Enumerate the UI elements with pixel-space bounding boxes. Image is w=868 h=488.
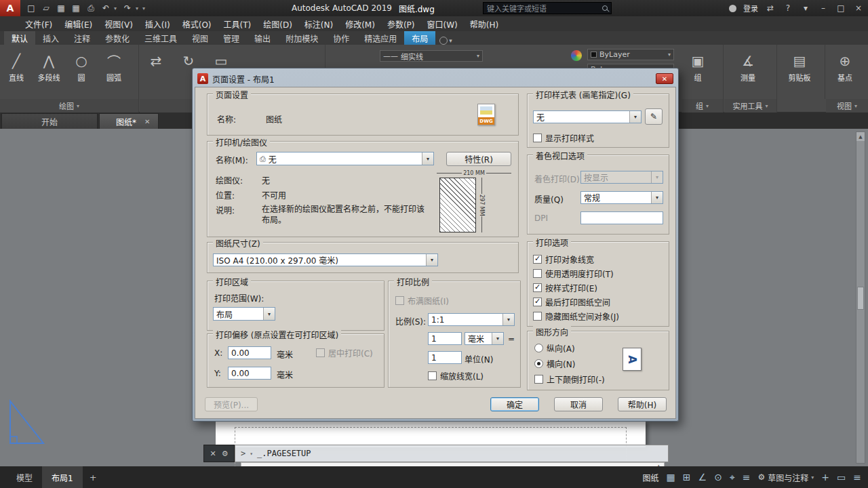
edit-plot-style-button[interactable]: ✎ [645,108,663,125]
dialog-close-button[interactable]: ✕ [656,73,673,84]
utilities-panel-label[interactable]: 实用工具▾ [724,99,777,113]
save-as-icon[interactable]: ▦ [69,3,83,13]
command-input[interactable]: > ▾ _.PAGESETUP [235,445,669,462]
tab-sheet[interactable]: 图纸* ✕ [99,113,159,129]
linetype-dropdown[interactable]: —— 细实线 ▾ [380,50,483,62]
plot-paperspace-last-checkbox[interactable]: 最后打印图纸空间 [533,296,610,308]
ribbon-tab-3dtools[interactable]: 三维工具 [137,31,184,45]
plot-icon[interactable]: ⎙ [84,3,98,13]
group-tool[interactable]: ▣ 组 [682,45,714,83]
help-button[interactable]: 帮助(H) [618,397,667,411]
ribbon-tab-featured[interactable]: 精选应用 [357,31,404,45]
line-tool[interactable]: ╱ 直线 [0,45,33,83]
save-icon[interactable]: ▦ [54,3,68,13]
quality-dropdown[interactable]: 常规 ▾ [580,191,663,204]
close-button[interactable]: × [853,3,864,13]
qat-customize-icon[interactable]: ▾ [142,5,148,12]
tab-start[interactable]: 开始 [1,113,98,129]
polar-tracking-icon[interactable]: ∠ [698,472,707,483]
ribbon-tab-manage[interactable]: 管理 [216,31,247,45]
polyline-tool[interactable]: ⋀ 多段线 [33,45,65,83]
chevron-down-icon[interactable]: ▾ [492,333,503,344]
hide-paperspace-objects-checkbox[interactable]: 隐藏图纸空间对象(J) [533,310,619,322]
cancel-button[interactable]: 取消 [554,397,603,411]
layout1-tab[interactable]: 布局1 [42,466,83,488]
ok-button[interactable]: 确定 [490,397,539,411]
circle-tool[interactable]: ○ 圆 [65,45,98,83]
paper-size-dropdown[interactable]: ISO A4 (210.00 x 297.00 毫米) ▾ [213,253,438,266]
user-avatar[interactable] [729,5,736,12]
plot-range-dropdown[interactable]: 布局 ▾ [213,307,275,321]
menu-draw[interactable]: 绘图(D) [257,16,298,31]
group-panel-label[interactable]: 组▾ [682,99,724,113]
ribbon-tab-output[interactable]: 输出 [247,31,278,45]
move-tool[interactable]: ⇄ [140,45,172,72]
new-file-icon[interactable]: □ [24,3,38,13]
scroll-up-icon[interactable]: ▲ [856,132,865,141]
ribbon-tab-addins[interactable]: 附加模块 [278,31,326,45]
menu-file[interactable]: 文件(F) [19,16,58,31]
chevron-down-icon[interactable]: ▾ [263,308,275,320]
chevron-down-icon[interactable]: ▾ [629,111,641,123]
object-color-dropdown[interactable]: ByLayer ▾ [587,49,674,60]
workspace-switcher[interactable]: ⚙ 草图与注释 ▾ [758,472,814,483]
help-dropdown-icon[interactable]: ▾ [800,3,811,13]
snap-icon[interactable]: ⊞ [683,472,691,483]
undo-dropdown-icon[interactable]: ▾ [114,5,119,12]
plot-transparency-checkbox[interactable]: 使用透明度打印(T) [533,268,614,279]
arc-tool[interactable]: ⌒ 圆弧 [98,45,130,83]
menu-dimension[interactable]: 标注(N) [298,16,339,31]
signin-link[interactable]: 登录 [743,3,758,14]
menu-tools[interactable]: 工具(T) [218,16,258,31]
redo-dropdown-icon[interactable]: ▾ [136,5,141,12]
menu-format[interactable]: 格式(O) [176,16,218,31]
customization-icon[interactable]: ≡ [853,472,861,483]
fit-to-paper-checkbox[interactable]: 布满图纸(I) [395,295,449,306]
plot-style-dropdown[interactable]: 无 ▾ [533,110,642,123]
center-plot-checkbox[interactable]: 居中打印(C) [316,347,373,359]
upside-down-checkbox[interactable]: 上下颠倒打印(-) [534,373,605,385]
exchange-apps-icon[interactable]: ⇄ [765,3,776,13]
osnap-icon[interactable]: ⊙ [714,472,722,483]
basepoint-tool[interactable]: ⊕ 基点 [826,45,864,83]
search-icon[interactable] [602,5,608,11]
grid-icon[interactable]: ▦ [667,472,675,483]
draw-panel-label[interactable]: 绘图▾ [0,99,139,113]
new-layout-button[interactable]: + [83,472,104,483]
display-plot-styles-checkbox[interactable]: 显示打印样式 [533,132,594,144]
chevron-down-icon[interactable]: ▾ [422,152,433,165]
ribbon-tab-annotate[interactable]: 注释 [66,31,98,45]
chevron-down-icon[interactable]: ▾ [426,254,437,266]
maximize-button[interactable]: □ [835,3,846,13]
ribbon-tab-collaborate[interactable]: 协作 [326,31,357,45]
printer-name-dropdown[interactable]: ⎙ 无 ▾ [256,152,434,165]
tab-close-icon[interactable]: ✕ [144,118,150,125]
landscape-radio[interactable]: 横向(N) [534,358,575,369]
preview-button[interactable]: 预览(P)... [205,397,258,411]
dialog-titlebar[interactable]: A 页面设置 - 布局1 ✕ [195,70,676,87]
chevron-down-icon[interactable]: ▾ [502,314,514,325]
menu-edit[interactable]: 编辑(E) [58,16,98,31]
scale-dropdown[interactable]: 1:1 ▾ [428,313,515,326]
ribbon-tab-layout[interactable]: 布局 [404,31,435,45]
recent-commands-icon[interactable]: ▾ [250,451,253,457]
ribbon-tab-home[interactable]: 默认 [4,31,35,45]
portrait-radio[interactable]: 纵向(A) [534,342,575,354]
wrench-icon[interactable]: ⚙ [222,449,229,458]
paper-units-field[interactable]: 1 [428,332,462,345]
model-tab[interactable]: 模型 [7,466,42,488]
lineweight-display-icon[interactable]: ≡ [743,472,751,483]
scrollbar-thumb[interactable] [857,287,864,310]
menu-view[interactable]: 视图(V) [98,16,139,31]
ribbon-tab-parametric[interactable]: 参数化 [98,31,137,45]
ribbon-tab-insert[interactable]: 插入 [35,31,66,45]
command-line-grip[interactable]: ✕ ⚙ [203,445,235,462]
color-sphere-icon[interactable] [571,50,582,61]
y-offset-field[interactable]: 0.00 [228,367,271,380]
paste-tool[interactable]: ▤ 剪贴板 [778,45,821,83]
close-icon[interactable]: ✕ [210,449,216,458]
menu-parametric[interactable]: 参数(P) [381,16,421,31]
crosshair-icon[interactable]: ⌖ [730,472,735,483]
paper-space-button[interactable]: 图纸 [643,472,659,483]
measure-tool[interactable]: ∡ 测量 [724,45,772,83]
